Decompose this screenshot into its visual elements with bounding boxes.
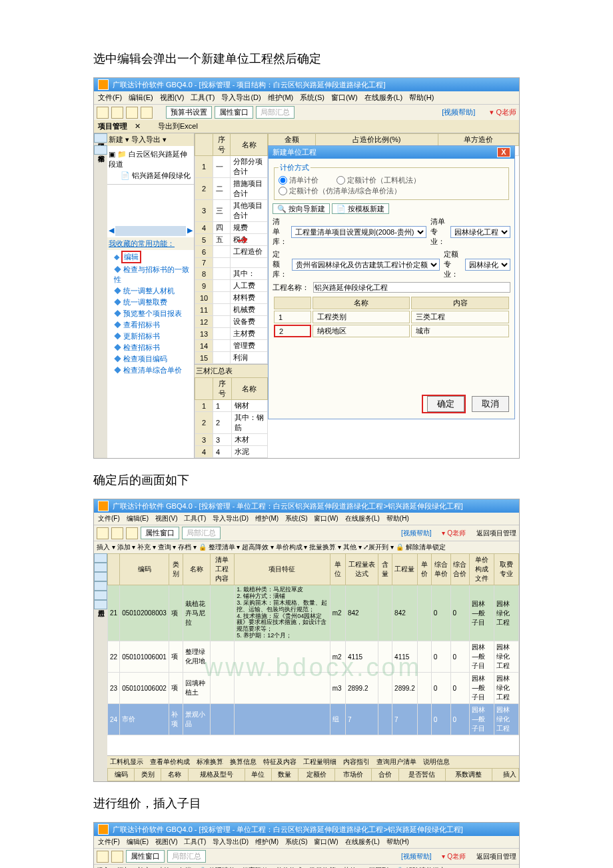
fav-check[interactable]: ◆ 检查与招标书的一致性 [107,264,194,285]
m3-io[interactable]: 导入导出(D) [213,837,249,847]
bt-7[interactable]: 查询用户清单 [376,757,416,767]
m2-edit[interactable]: 编辑(E) [127,514,149,523]
menu-io[interactable]: 导入导出(D) [221,93,261,103]
project-tree[interactable]: ▣ 📁 白云区铝兴路延伸段道 📄 铝兴路延伸段绿化 [107,146,194,184]
m2-help[interactable]: 帮助(H) [386,514,409,523]
wizard-new-btn[interactable]: 🔍 按向导新建 [273,203,330,214]
cancel-button[interactable]: 取消 [472,396,509,412]
menu-online[interactable]: 在线服务(L) [364,93,402,103]
fav-view-bid[interactable]: ◆ 查看招标书 [107,319,194,331]
ops-bar-3[interactable]: 插入 ▾ 添加 ▾ 补充 ▾ 查询 ▾ 存档 ▾ 🔒 整理清单 ▾ 超高降效 ▾… [94,864,519,868]
t-q[interactable]: ▾ Q老师 [442,529,466,538]
menu-bar-2[interactable]: 文件(F)编辑(E)视图(V)工具(T)导入导出(D)维护(M)系统(S)窗口(… [94,513,519,525]
export-excel[interactable]: 导出到Excel [158,121,198,131]
ops-bar[interactable]: 插入 ▾ 添加 ▾ 补充 ▾ 查询 ▾ 存档 ▾ 🔒 整理清单 ▾ 超高降效 ▾… [94,541,519,553]
menu-help[interactable]: 帮助(H) [409,93,434,103]
menu-bar-3[interactable]: 文件(F)编辑(E)视图(V)工具(T)导入导出(D)维护(M)系统(S)窗口(… [94,836,519,848]
m3-sys[interactable]: 系统(S) [285,837,307,847]
menu-tools[interactable]: 工具(T) [191,93,215,103]
side-tab-publish[interactable]: 发布招标书 [94,145,107,155]
t-attr[interactable]: 属性窗口 [126,850,165,863]
q-teacher-link[interactable]: ▾ Q老师 [490,107,516,117]
vt-5[interactable]: 人材机汇总 [94,591,107,600]
fav-check-bid[interactable]: ◆ 检查招标书 [107,342,194,353]
m3-maint[interactable]: 维护(M) [255,837,279,847]
bt-2[interactable]: 标准换算 [197,757,223,767]
bottom-tabs[interactable]: 工料机显示查看单价构成标准换算换算信息特征及内容工程量明细内容指引查询用户清单说… [107,755,519,768]
t-icon[interactable] [126,527,138,539]
template-new-btn[interactable]: 📄 按模板新建 [332,203,389,214]
m3-tools[interactable]: 工具(T) [184,837,206,847]
t-icon[interactable] [97,527,109,539]
t-icon[interactable] [97,851,109,863]
bt-3[interactable]: 换算信息 [230,757,257,767]
m3-view[interactable]: 视图(V) [155,837,177,847]
bt-6[interactable]: 内容指引 [343,757,370,767]
sel-qdzy[interactable]: 园林绿化工程 [450,226,510,238]
tab-project[interactable]: 项目管理 [98,121,127,131]
bt-8[interactable]: 说明信息 [423,757,450,767]
mode-de1[interactable]: 定额计价（工料机法） [336,175,420,185]
menu-maint[interactable]: 维护(M) [268,93,294,103]
m2-view[interactable]: 视图(V) [155,514,177,523]
close-icon[interactable]: ✕ [133,122,142,131]
fav-rcj[interactable]: ◆ 统一调整人材机 [107,285,194,297]
fav-edit[interactable]: ◆ 编辑 [107,250,194,264]
m2-online[interactable]: 在线服务(L) [345,514,380,523]
attr-grid[interactable]: 名称内容 1工程类别三类工程 2纳税地区城市 [273,295,510,339]
t-icon[interactable] [111,527,123,539]
t-back[interactable]: 返回项目管理 [476,852,516,861]
mode-qd[interactable]: 清单计价 [279,175,318,185]
m3-help[interactable]: 帮助(H) [386,837,409,847]
t-icon[interactable] [111,851,123,863]
tool-open-icon[interactable] [111,107,123,119]
vt-3[interactable]: 措施项目 [94,572,107,581]
m3-win[interactable]: 窗口(W) [314,837,338,847]
t-q[interactable]: ▾ Q老师 [442,852,466,861]
t-back[interactable]: 返回项目管理 [476,529,516,538]
t-video[interactable]: [视频帮助] [401,529,432,538]
t-attr[interactable]: 属性窗口 [141,527,179,539]
fav-preview[interactable]: ◆ 预览整个项目报表 [107,308,194,319]
m2-maint[interactable]: 维护(M) [255,514,279,523]
tool-print-icon[interactable] [141,107,153,119]
new-import-bar[interactable]: 新建 ▾ 导入导出 ▾ [107,133,194,146]
vt-2[interactable]: 分部分项 [94,563,107,572]
m2-win[interactable]: 窗口(W) [314,514,338,523]
bt-0[interactable]: 工料机显示 [110,757,143,767]
fav-fee[interactable]: ◆ 统一调整取费 [107,297,194,308]
menu-bar[interactable]: 文件(F) 编辑(E) 视图(V) 工具(T) 导入导出(D) 维护(M) 系统… [94,91,519,104]
sel-dek[interactable]: 贵州省园林绿化及仿古建筑工程计价定额 [292,259,440,271]
sel-qdk[interactable]: 工程量清单项目设置规则(2008-贵州) [291,226,426,238]
menu-view[interactable]: 视图(V) [160,93,185,103]
dialog-close-icon[interactable]: X [497,147,510,157]
tool-budget[interactable]: 预算书设置 [166,106,212,119]
menu-file[interactable]: 文件(F) [98,93,122,103]
bt-5[interactable]: 工程量明细 [303,757,336,767]
menu-edit[interactable]: 编辑(E) [129,93,153,103]
m2-file[interactable]: 文件(F) [98,514,120,523]
m3-online[interactable]: 在线服务(L) [345,837,380,847]
items-grid[interactable]: 编码类别名称清单工程内容项目特征单位工程量表达式含量工程量单价综合单价综合合价单… [107,553,519,735]
side-tab-project[interactable]: 项目管理 [94,133,107,143]
mode-de2[interactable]: 定额计价（仿清单法/综合单价法） [279,186,401,196]
m2-tools[interactable]: 工具(T) [184,514,206,523]
m2-io[interactable]: 导入导出(D) [213,514,249,523]
tree-nav[interactable]: ◀ ▶ [107,225,194,237]
fav-update-bid[interactable]: ◆ 更新招标书 [107,331,194,342]
m3-edit[interactable]: 编辑(E) [127,837,149,847]
inp-name[interactable] [313,282,510,293]
vt-4[interactable]: 其他项目 [94,581,107,591]
menu-win[interactable]: 窗口(W) [331,93,358,103]
sel-dezy[interactable]: 园林绿化 [465,259,510,271]
vt-6[interactable]: 费用汇总 [94,600,107,609]
ok-button[interactable]: 确定 [427,396,464,412]
tool-attr[interactable]: 属性窗口 [215,106,253,119]
video-help-link[interactable]: [视频帮助] [442,107,475,117]
bt-4[interactable]: 特征及内容 [263,757,297,767]
m2-sys[interactable]: 系统(S) [285,514,307,523]
fav-check-code[interactable]: ◆ 检查项目编码 [107,353,194,365]
fav-check-price[interactable]: ◆ 检查清单综合单价 [107,365,194,376]
m3-file[interactable]: 文件(F) [98,837,120,847]
t-video[interactable]: [视频帮助] [401,852,432,861]
